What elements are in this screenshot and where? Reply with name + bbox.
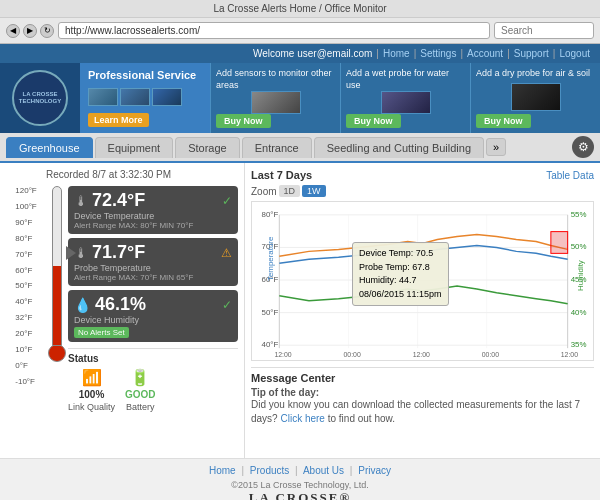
promo-item-wet: Add a wet probe for water use Buy Now (340, 63, 470, 133)
sensor-temp1-card: 🌡 72.4°F ✓ Device Temperature Alert Rang… (68, 186, 238, 234)
footer-about[interactable]: About Us (303, 465, 344, 476)
tab-seedling[interactable]: Seedling and Cutting Building (314, 137, 484, 158)
footer-links: Home | Products | About Us | Privacy (6, 465, 594, 476)
sensor-temp1-value: 72.4°F (92, 190, 145, 211)
link-quality-value: 100% (79, 389, 105, 400)
status-items: 📶 100% Link Quality 🔋 GOOD Battery (68, 368, 238, 412)
zoom-1d-button[interactable]: 1D (279, 185, 301, 197)
battery-item: 🔋 GOOD Battery (125, 368, 156, 412)
tip-title: Tip of the day: (251, 387, 594, 398)
tabs-more-button[interactable]: » (486, 138, 506, 156)
tab-greenhouse[interactable]: Greenhouse (6, 137, 93, 158)
sensor-temp2-label: Probe Temperature (74, 263, 232, 273)
nav-support[interactable]: Support (514, 48, 549, 59)
refresh-button[interactable]: ↻ (40, 24, 54, 38)
promo-item-sensors: Add sensors to monitor other areas Buy N… (210, 63, 340, 133)
check-icon-1: ✓ (222, 194, 232, 208)
status-label: Status (68, 353, 238, 364)
promo-dry-text: Add a dry probe for air & soil (476, 68, 590, 80)
svg-text:12:00: 12:00 (274, 351, 291, 358)
sensors-area: 120°F 100°F 90°F 80°F 70°F 60°F 50°F 40°… (6, 186, 238, 412)
battery-icon: 🔋 (130, 368, 150, 387)
zoom-label: Zoom (251, 186, 277, 197)
promo-wet-text: Add a wet probe for water use (346, 68, 465, 91)
nav-account[interactable]: Account (467, 48, 503, 59)
tab-equipment[interactable]: Equipment (95, 137, 174, 158)
search-input[interactable] (494, 22, 594, 39)
back-button[interactable]: ◀ (6, 24, 20, 38)
humidity-line (279, 286, 567, 304)
forward-button[interactable]: ▶ (23, 24, 37, 38)
thermometer-icon-1: 🌡 (74, 193, 88, 209)
tab-storage[interactable]: Storage (175, 137, 240, 158)
zoom-1w-button[interactable]: 1W (302, 185, 326, 197)
svg-text:80°F: 80°F (262, 210, 279, 219)
thermo-scale: 120°F 100°F 90°F 80°F 70°F 60°F 50°F 40°… (15, 186, 36, 386)
status-bar: Status 📶 100% Link Quality 🔋 GOOD Batter… (68, 348, 238, 412)
svg-text:Temperature: Temperature (266, 236, 275, 281)
battery-value: GOOD (125, 389, 156, 400)
no-alert-badge: No Alerts Set (74, 327, 129, 338)
warn-icon-2: ⚠ (221, 246, 232, 260)
browser-title-bar: La Crosse Alerts Home / Office Monitor (0, 0, 600, 18)
promo-title-orange: Service (157, 69, 196, 81)
message-center-title: Message Center (251, 372, 594, 384)
humidity-icon: 💧 (74, 297, 91, 313)
sensor-temp1-alert: Alert Range MAX: 80°F MIN 70°F (74, 221, 232, 230)
tab-entrance[interactable]: Entrance (242, 137, 312, 158)
sensor-temp1-label: Device Temperature (74, 211, 232, 221)
svg-text:12:00: 12:00 (413, 351, 430, 358)
promo-img-1 (88, 88, 118, 106)
promo-images (88, 88, 202, 106)
sensors-col: 🌡 72.4°F ✓ Device Temperature Alert Rang… (68, 186, 238, 412)
table-data-link[interactable]: Table Data (546, 170, 594, 181)
footer: Home | Products | About Us | Privacy ©20… (0, 458, 600, 500)
page-content: Welcome user@email.com | Home | Settings… (0, 44, 600, 500)
buy-now-wet-button[interactable]: Buy Now (346, 114, 401, 128)
sensor-humidity-value: 46.1% (95, 294, 146, 315)
promo-item-dry: Add a dry probe for air & soil Buy Now (470, 63, 600, 133)
sensor-temp2-alert: Alert Range MAX: 70°F MIN 65°F (74, 273, 232, 282)
address-bar[interactable] (58, 22, 490, 39)
footer-products[interactable]: Products (250, 465, 289, 476)
promo-img-3 (152, 88, 182, 106)
svg-text:00:00: 00:00 (482, 351, 499, 358)
recorded-time: Recorded 8/7 at 3:32:30 PM (46, 169, 238, 180)
buy-now-sensors-button[interactable]: Buy Now (216, 114, 271, 128)
learn-more-button[interactable]: Learn More (88, 113, 149, 127)
main-content: Recorded 8/7 at 3:32:30 PM 120°F 100°F 9… (0, 163, 600, 458)
thermometer-icon-2: 🌡 (74, 245, 88, 261)
nav-home[interactable]: Home (383, 48, 410, 59)
svg-text:12:00: 12:00 (561, 351, 578, 358)
chart-area: 80°F 70°F 60°F 50°F 40°F 55% 50% 45% 40%… (251, 201, 594, 361)
promo-title-white: Professional (88, 69, 154, 81)
nav-logout[interactable]: Logout (559, 48, 590, 59)
buy-now-dry-button[interactable]: Buy Now (476, 114, 531, 128)
top-nav: Welcome user@email.com | Home | Settings… (0, 44, 600, 63)
promo-sensors-img (251, 91, 301, 114)
sensor-temp2-card: 🌡 71.7°F ⚠ Probe Temperature Alert Range… (68, 238, 238, 286)
thermo-bulb (48, 344, 66, 362)
logo-area: LA CROSSETECHNOLOGY (0, 63, 80, 133)
nav-settings[interactable]: Settings (420, 48, 456, 59)
settings-tab-icon[interactable]: ⚙ (572, 136, 594, 158)
tip-link[interactable]: Click here (280, 413, 324, 424)
promo-dry-img (511, 83, 561, 111)
footer-privacy[interactable]: Privacy (358, 465, 391, 476)
thermometer-visual (46, 186, 68, 412)
svg-rect-20 (551, 232, 568, 254)
promo-img-2 (120, 88, 150, 106)
battery-label: Battery (126, 402, 155, 412)
wifi-icon: 📶 (82, 368, 102, 387)
link-quality-label: Link Quality (68, 402, 115, 412)
header-banner: LA CROSSETECHNOLOGY Professional Service… (0, 63, 600, 133)
sensor-temp2-value: 71.7°F (92, 242, 145, 263)
promo-wet-img (381, 91, 431, 114)
tip-text: Did you know you can download the collec… (251, 398, 594, 426)
svg-text:40%: 40% (571, 308, 587, 317)
browser-toolbar: ◀ ▶ ↻ (0, 18, 600, 44)
svg-text:50°F: 50°F (262, 308, 279, 317)
sensor-humidity-card: 💧 46.1% ✓ Device Humidity No Alerts Set (68, 290, 238, 342)
footer-home[interactable]: Home (209, 465, 236, 476)
thermo-tube (52, 186, 62, 346)
